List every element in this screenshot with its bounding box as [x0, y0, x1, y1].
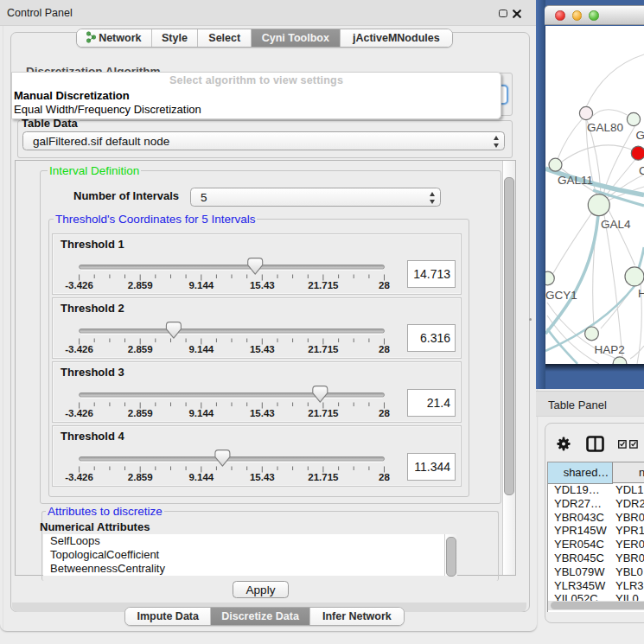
svg-text:21.715: 21.715 — [308, 472, 339, 482]
svg-text:C: C — [639, 164, 644, 177]
svg-text:15.43: 15.43 — [250, 408, 275, 418]
svg-text:HAP2: HAP2 — [594, 343, 624, 356]
svg-text:-3.426: -3.426 — [65, 279, 93, 290]
svg-text:-3.426: -3.426 — [65, 472, 93, 482]
svg-text:9.144: 9.144 — [188, 343, 214, 354]
svg-text:28: 28 — [379, 343, 390, 354]
svg-text:9.144: 9.144 — [188, 408, 214, 418]
svg-text:28: 28 — [379, 472, 390, 482]
svg-text:15.43: 15.43 — [250, 472, 275, 482]
svg-text:-3.426: -3.426 — [65, 408, 93, 418]
svg-text:2.859: 2.859 — [128, 472, 153, 482]
svg-text:15.43: 15.43 — [250, 343, 275, 354]
svg-text:21.715: 21.715 — [308, 343, 339, 354]
svg-text:GCY1: GCY1 — [545, 289, 577, 302]
svg-text:28: 28 — [379, 279, 390, 290]
svg-text:9.144: 9.144 — [188, 472, 214, 482]
svg-text:2.859: 2.859 — [128, 343, 153, 354]
svg-text:GAL80: GAL80 — [587, 121, 623, 134]
svg-text:GAL4: GAL4 — [601, 218, 631, 231]
svg-text:2.859: 2.859 — [128, 408, 153, 418]
svg-text:21.715: 21.715 — [308, 279, 339, 290]
svg-text:-3.426: -3.426 — [65, 343, 93, 354]
svg-text:9.144: 9.144 — [188, 279, 214, 290]
svg-text:2.859: 2.859 — [128, 279, 153, 290]
svg-text:GAL: GAL — [635, 129, 644, 142]
svg-text:28: 28 — [379, 408, 390, 418]
svg-text:GAL11: GAL11 — [558, 174, 593, 187]
svg-text:H: H — [638, 287, 644, 300]
svg-text:21.715: 21.715 — [308, 408, 339, 418]
svg-text:15.43: 15.43 — [250, 279, 275, 290]
